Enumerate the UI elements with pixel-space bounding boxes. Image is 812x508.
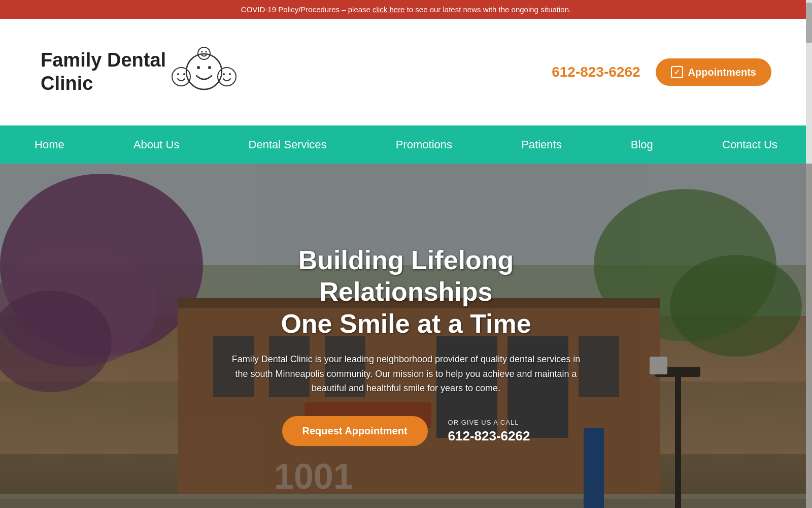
banner-link[interactable]: click here bbox=[373, 5, 404, 14]
calendar-check-icon bbox=[671, 66, 683, 78]
scrollbar-thumb[interactable] bbox=[806, 3, 812, 43]
hero-section: 1001 Building Lifelong RelationshipsOne … bbox=[0, 164, 812, 508]
logo-area[interactable]: Family Dental Clinic bbox=[41, 46, 237, 98]
site-header: Family Dental Clinic bbox=[0, 19, 812, 125]
svg-point-10 bbox=[201, 51, 203, 53]
appointments-label: Appointments bbox=[688, 67, 756, 78]
or-give-call-label: OR GIVE US A CALL bbox=[448, 419, 530, 426]
appointments-button[interactable]: Appointments bbox=[656, 58, 771, 86]
request-appointment-button[interactable]: Request Appointment bbox=[282, 416, 428, 446]
hero-cta: Request Appointment OR GIVE US A CALL 61… bbox=[226, 416, 586, 446]
nav-item-patients[interactable]: Patients bbox=[511, 133, 572, 156]
logo-line2: Clinic bbox=[41, 72, 166, 96]
covid-banner: COVID-19 Policy/Procedures – please clic… bbox=[0, 0, 812, 19]
call-area: OR GIVE US A CALL 612-823-6262 bbox=[448, 419, 530, 444]
logo-icon bbox=[171, 46, 237, 98]
banner-text-before: COVID-19 Policy/Procedures – please bbox=[241, 5, 373, 14]
hero-title: Building Lifelong RelationshipsOne Smile… bbox=[226, 244, 586, 339]
hero-subtitle: Family Dental Clinic is your leading nei… bbox=[226, 352, 586, 396]
nav-item-about[interactable]: About Us bbox=[123, 133, 190, 156]
main-nav: HomeAbout UsDental ServicesPromotionsPat… bbox=[0, 125, 812, 164]
nav-item-home[interactable]: Home bbox=[24, 133, 75, 156]
svg-point-4 bbox=[177, 73, 179, 75]
nav-item-contact[interactable]: Contact Us bbox=[712, 133, 788, 156]
nav-item-blog[interactable]: Blog bbox=[621, 133, 663, 156]
svg-point-2 bbox=[208, 66, 211, 69]
svg-point-7 bbox=[223, 73, 225, 75]
svg-point-8 bbox=[229, 73, 231, 75]
nav-item-dental[interactable]: Dental Services bbox=[239, 133, 337, 156]
header-right: 612-823-6262 Appointments bbox=[552, 58, 771, 86]
svg-point-11 bbox=[206, 51, 207, 53]
svg-point-1 bbox=[197, 66, 200, 69]
banner-text-after: to see our latest news with the ongoing … bbox=[404, 5, 571, 14]
header-phone[interactable]: 612-823-6262 bbox=[552, 64, 640, 80]
hero-phone[interactable]: 612-823-6262 bbox=[448, 428, 530, 444]
svg-point-5 bbox=[183, 73, 185, 75]
nav-item-promo[interactable]: Promotions bbox=[386, 133, 462, 156]
hero-content: Building Lifelong RelationshipsOne Smile… bbox=[216, 244, 596, 447]
logo-text: Family Dental Clinic bbox=[41, 49, 166, 95]
logo-line1: Family Dental bbox=[41, 49, 166, 72]
